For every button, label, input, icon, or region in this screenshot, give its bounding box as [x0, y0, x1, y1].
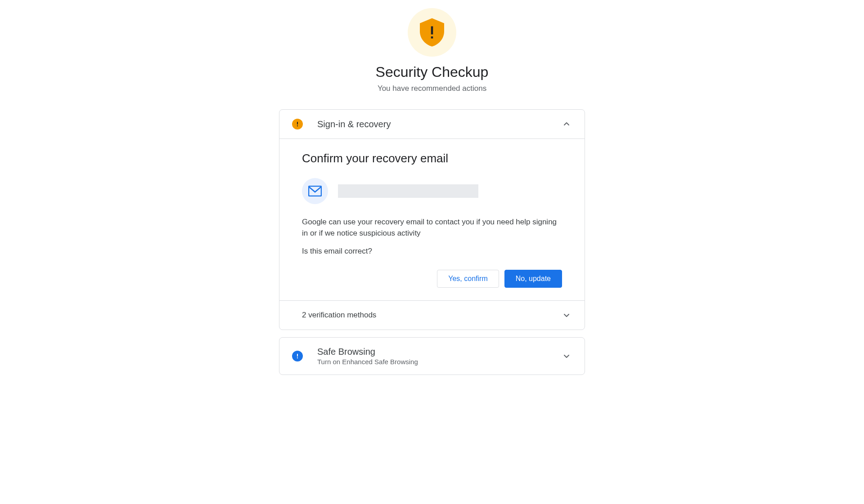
svg-rect-6 [297, 357, 298, 358]
update-button[interactable]: No, update [504, 270, 562, 288]
svg-rect-2 [297, 122, 298, 125]
chevron-down-icon [561, 351, 572, 361]
svg-rect-1 [431, 36, 433, 39]
recovery-email-row [302, 178, 562, 204]
section-subtitle: Turn on Enhanced Safe Browsing [317, 358, 561, 366]
signin-recovery-card: Sign-in & recovery Confirm your recovery… [279, 109, 585, 330]
verification-methods-row[interactable]: 2 verification methods [279, 301, 585, 330]
svg-rect-3 [297, 125, 298, 126]
safe-browsing-card: Safe Browsing Turn on Enhanced Safe Brow… [279, 337, 585, 375]
chevron-down-icon [561, 310, 572, 321]
chevron-up-icon [561, 119, 572, 129]
svg-rect-5 [297, 354, 298, 357]
mail-icon [302, 178, 328, 204]
warning-status-icon [292, 119, 303, 129]
recovery-email-body: Confirm your recovery email Google can u… [279, 139, 585, 300]
recovery-email-redacted [338, 184, 478, 198]
shield-warning-icon [408, 8, 456, 57]
recovery-description: Google can use your recovery email to co… [302, 217, 562, 239]
page-title: Security Checkup [279, 64, 585, 80]
verification-methods-title: 2 verification methods [302, 311, 561, 320]
recovery-actions: Yes, confirm No, update [302, 270, 562, 288]
section-title: Sign-in & recovery [317, 119, 561, 129]
page-header: Security Checkup You have recommended ac… [279, 8, 585, 93]
recovery-prompt: Is this email correct? [302, 246, 562, 257]
safe-browsing-header[interactable]: Safe Browsing Turn on Enhanced Safe Brow… [279, 338, 585, 375]
body-title: Confirm your recovery email [302, 152, 562, 165]
info-status-icon [292, 351, 303, 361]
page-subtitle: You have recommended actions [279, 84, 585, 93]
svg-rect-0 [431, 27, 433, 35]
section-title: Safe Browsing [317, 347, 561, 357]
confirm-button[interactable]: Yes, confirm [437, 270, 499, 288]
signin-recovery-header[interactable]: Sign-in & recovery [279, 110, 585, 138]
